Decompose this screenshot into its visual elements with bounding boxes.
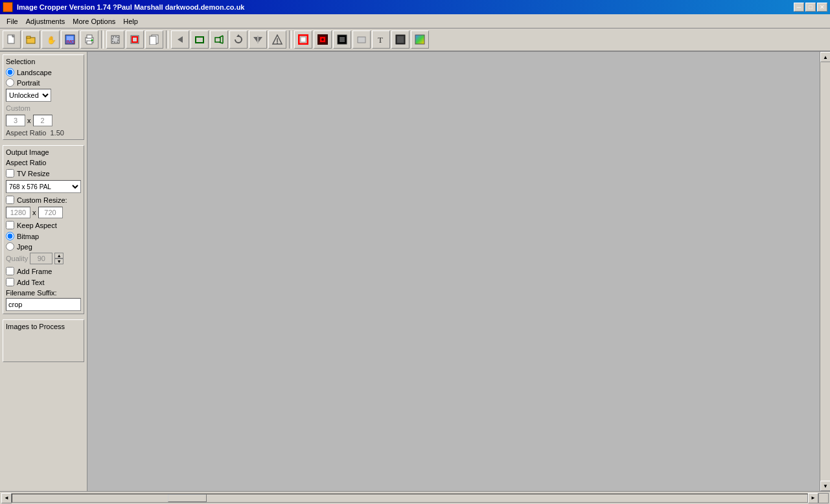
- custom-resize-checkbox[interactable]: [6, 196, 14, 204]
- svg-rect-42: [415, 35, 424, 44]
- toolbar-sharpen[interactable]: [268, 30, 286, 49]
- toolbar-print[interactable]: [80, 30, 98, 49]
- toolbar-crop-view[interactable]: [106, 30, 124, 49]
- menu-adjustments[interactable]: Adjustments: [22, 16, 69, 27]
- svg-rect-17: [150, 36, 156, 45]
- selection-section: Selection Landscape Portrait Unlocked 1:…: [3, 54, 84, 140]
- svg-rect-9: [87, 35, 92, 38]
- keep-aspect-checkbox[interactable]: [6, 221, 14, 229]
- toolbar: ✋ IMG T: [0, 29, 830, 52]
- svg-rect-19: [196, 37, 203, 43]
- add-text-row: Add Text: [6, 278, 81, 286]
- menu-file[interactable]: File: [3, 16, 22, 27]
- scroll-right-button[interactable]: ►: [808, 493, 818, 503]
- resize-height-input[interactable]: [38, 207, 63, 218]
- images-list: [6, 333, 81, 359]
- custom-label: Custom: [6, 104, 30, 112]
- quality-spin: ▲ ▼: [54, 253, 63, 264]
- tv-resize-checkbox[interactable]: [6, 169, 14, 178]
- separator-2: [166, 30, 168, 49]
- add-frame-checkbox[interactable]: [6, 267, 14, 275]
- status-bar: ◄ ►: [0, 491, 830, 504]
- resize-dimensions-row: x: [6, 207, 81, 218]
- scroll-track: [820, 62, 830, 481]
- svg-rect-3: [27, 36, 30, 38]
- menu-more-options[interactable]: More Options: [69, 16, 119, 27]
- toolbar-dark-border2[interactable]: [391, 30, 409, 49]
- custom-row: Custom: [6, 104, 81, 112]
- portrait-row: Portrait: [6, 78, 81, 87]
- left-panel: Selection Landscape Portrait Unlocked 1:…: [0, 52, 87, 491]
- portrait-label: Portrait: [17, 79, 40, 87]
- toolbar-flip[interactable]: [249, 30, 267, 49]
- add-frame-row: Add Frame: [6, 267, 81, 275]
- quality-input[interactable]: [30, 253, 52, 264]
- toolbar-border-thin[interactable]: [352, 30, 371, 49]
- toolbar-copy[interactable]: [145, 30, 163, 49]
- toolbar-save-image[interactable]: IMG: [61, 30, 79, 49]
- title-left: Image Cropper Version 1.74 ?Paul Marshal…: [3, 2, 244, 12]
- portrait-radio[interactable]: [6, 78, 14, 87]
- tv-size-dropdown[interactable]: 768 x 576 PAL 720 x 576 PAL 1280 x 720 H…: [6, 180, 81, 193]
- custom-height-input[interactable]: [33, 115, 52, 126]
- toolbar-hand[interactable]: ✋: [41, 30, 60, 49]
- quality-label: Quality: [6, 255, 28, 262]
- toolbar-rotate[interactable]: [229, 30, 248, 49]
- h-scroll-thumb[interactable]: [168, 494, 207, 502]
- toolbar-rect-sel[interactable]: [190, 30, 209, 49]
- aspect-ratio-label: Aspect Ratio 1.50: [6, 129, 64, 137]
- quality-up-button[interactable]: ▲: [54, 253, 63, 258]
- bitmap-radio[interactable]: [6, 232, 14, 240]
- svg-marker-26: [259, 37, 262, 42]
- toolbar-text-tool[interactable]: T: [372, 30, 390, 49]
- toolbar-open[interactable]: [22, 30, 40, 49]
- add-frame-label: Add Frame: [17, 268, 52, 275]
- maximize-button[interactable]: □: [805, 3, 816, 12]
- scroll-down-button[interactable]: ▼: [820, 481, 830, 491]
- custom-width-input[interactable]: [6, 115, 25, 126]
- svg-marker-24: [236, 34, 240, 37]
- scroll-left-button[interactable]: ◄: [1, 493, 12, 503]
- images-to-process-section: Images to Process: [3, 319, 84, 362]
- selection-title: Selection: [6, 58, 81, 65]
- quality-down-button[interactable]: ▼: [54, 258, 63, 264]
- jpeg-label: Jpeg: [17, 243, 32, 251]
- toolbar-crop-red[interactable]: [126, 30, 144, 49]
- aspect-ratio-row: Aspect Ratio 1.50: [6, 129, 81, 137]
- svg-rect-38: [358, 37, 365, 43]
- minimize-button[interactable]: ─: [794, 3, 804, 12]
- svg-text:T: T: [378, 35, 383, 45]
- toolbar-border-black[interactable]: [333, 30, 351, 49]
- scroll-up-button[interactable]: ▲: [820, 52, 830, 62]
- aspect-dropdown[interactable]: Unlocked 1:1 4:3 16:9 3:2: [6, 89, 51, 102]
- toolbar-border-red[interactable]: [294, 30, 312, 49]
- toolbar-resize[interactable]: [210, 30, 228, 49]
- output-section: Output Image Aspect Ratio TV Resize 768 …: [3, 145, 84, 314]
- quality-row: Quality ▲ ▼: [6, 253, 81, 264]
- images-to-process-title: Images to Process: [6, 323, 81, 330]
- filename-suffix-input[interactable]: [6, 298, 81, 311]
- resize-width-input[interactable]: [6, 207, 30, 218]
- svg-text:IMG: IMG: [66, 40, 75, 44]
- custom-resize-label: Custom Resize:: [17, 196, 67, 204]
- toolbar-gradient[interactable]: [411, 30, 429, 49]
- output-title: Output Image: [6, 148, 81, 156]
- toolbar-new[interactable]: [3, 30, 21, 49]
- landscape-radio[interactable]: [6, 68, 14, 76]
- jpeg-radio[interactable]: [6, 242, 14, 251]
- toolbar-border-dark[interactable]: [314, 30, 332, 49]
- main-layout: Selection Landscape Portrait Unlocked 1:…: [0, 52, 830, 491]
- svg-line-21: [219, 36, 223, 38]
- bitmap-row: Bitmap: [6, 232, 81, 240]
- svg-rect-41: [397, 36, 404, 43]
- filename-suffix-label: Filename Suffix:: [6, 289, 81, 297]
- menu-help[interactable]: Help: [119, 16, 142, 27]
- close-button[interactable]: ✕: [817, 3, 827, 12]
- svg-rect-10: [87, 41, 92, 44]
- tv-resize-row: TV Resize: [6, 169, 81, 178]
- svg-marker-25: [253, 37, 257, 42]
- svg-rect-32: [301, 37, 306, 42]
- add-text-checkbox[interactable]: [6, 278, 14, 286]
- svg-rect-37: [340, 37, 345, 42]
- toolbar-prev[interactable]: [171, 30, 189, 49]
